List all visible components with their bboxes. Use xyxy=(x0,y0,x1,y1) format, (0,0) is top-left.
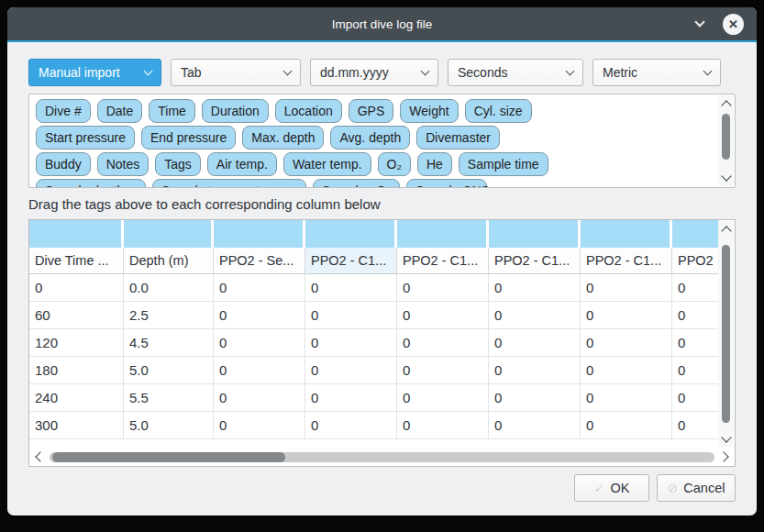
field-tag-air-temp[interactable]: Air temp. xyxy=(207,152,277,176)
drop-target-cell[interactable] xyxy=(305,220,397,248)
dialog-buttons: ✓ OK ⊘ Cancel xyxy=(28,474,736,502)
table-row: 180 5.0 0 0 0 0 0 0 xyxy=(29,357,719,384)
scroll-down-icon[interactable] xyxy=(721,171,731,181)
preview-table: Dive Time ... Depth (m) PPO2 - Se... PPO… xyxy=(28,219,736,467)
drop-target-cell[interactable] xyxy=(214,220,305,248)
window-title: Import dive log file xyxy=(332,17,433,31)
chevron-down-icon xyxy=(703,67,713,76)
scroll-left-icon[interactable] xyxy=(35,451,45,461)
table-cell: 0 xyxy=(489,329,581,357)
field-tag-duration[interactable]: Duration xyxy=(202,99,269,123)
table-cell: 0 xyxy=(214,412,305,439)
date-format-select[interactable]: dd.mm.yyyy xyxy=(310,59,438,86)
table-cell: 0 xyxy=(489,302,581,329)
table-cell: 0 xyxy=(581,384,672,412)
scroll-up-icon[interactable] xyxy=(721,226,731,236)
cancel-button-label: Cancel xyxy=(683,481,725,495)
field-tag-gps[interactable]: GPS xyxy=(349,99,394,123)
scroll-track[interactable] xyxy=(50,452,714,462)
table-cell: 0 xyxy=(489,384,581,412)
table-row: 120 4.5 0 0 0 0 0 0 xyxy=(29,329,719,357)
units-select[interactable]: Metric xyxy=(592,59,721,86)
tags-vertical-scrollbar[interactable] xyxy=(718,95,734,186)
column-header: PPO2 - Se... xyxy=(214,248,305,274)
import-options-row: Manual import Tab dd.mm.yyyy Seconds Met… xyxy=(28,59,736,86)
table-cell: 0 xyxy=(305,412,397,439)
table-cell: 0 xyxy=(397,302,489,329)
table-row: 60 2.5 0 0 0 0 0 0 xyxy=(29,302,719,329)
scroll-thumb[interactable] xyxy=(722,245,730,423)
table-row: 0 0.0 0 0 0 0 0 0 xyxy=(29,274,719,302)
drop-target-strip xyxy=(29,220,719,248)
table-cell: 0 xyxy=(305,357,397,384)
window-close-button[interactable]: ✕ xyxy=(723,14,744,35)
field-tag-sample-time[interactable]: Sample time xyxy=(459,152,548,176)
window-shade-button[interactable] xyxy=(692,16,708,32)
field-tag-end-pressure[interactable]: End pressure xyxy=(141,126,236,150)
table-header-row: Dive Time ... Depth (m) PPO2 - Se... PPO… xyxy=(29,248,719,274)
column-header: Depth (m) xyxy=(124,248,214,274)
field-tag-start-pressure[interactable]: Start pressure xyxy=(36,126,135,150)
drop-target-cell[interactable] xyxy=(29,220,124,248)
table-cell: 0 xyxy=(214,384,305,412)
field-separator-select[interactable]: Tab xyxy=(171,59,301,86)
table-cell: 0 xyxy=(397,384,489,412)
field-tag-sample-temperature[interactable]: Sample temperature xyxy=(152,179,306,188)
field-tag-sample-depth[interactable]: Sample depth xyxy=(36,179,146,188)
table-cell: 0 xyxy=(581,329,672,357)
table-cell: 0 xyxy=(581,412,672,439)
table-cell: 0 xyxy=(214,302,305,329)
time-format-select[interactable]: Seconds xyxy=(448,59,583,86)
table-cell: 0 xyxy=(581,302,672,329)
ok-button[interactable]: ✓ OK xyxy=(574,474,649,502)
column-header: Dive Time ... xyxy=(29,248,124,274)
check-icon: ✓ xyxy=(594,481,605,495)
table-cell: 0 xyxy=(305,274,397,302)
table-vertical-scrollbar[interactable] xyxy=(718,221,734,447)
table-horizontal-scrollbar[interactable] xyxy=(29,448,735,466)
field-tag-location[interactable]: Location xyxy=(275,99,342,123)
field-tag-water-temp[interactable]: Water temp. xyxy=(283,152,371,176)
scroll-down-icon[interactable] xyxy=(721,432,731,442)
close-icon: ✕ xyxy=(728,18,738,30)
field-tag-weight[interactable]: Weight xyxy=(400,99,458,123)
drop-target-cell[interactable] xyxy=(397,220,489,248)
field-tag-time[interactable]: Time xyxy=(149,99,195,123)
scroll-right-icon[interactable] xyxy=(718,451,728,461)
field-tag-notes[interactable]: Notes xyxy=(97,152,149,176)
table-cell: 0 xyxy=(214,329,305,357)
field-tag-divemaster[interactable]: Divemaster xyxy=(416,126,500,150)
field-tag-sample-po2[interactable]: Sample pO₂ xyxy=(313,179,400,188)
instruction-text: Drag the tags above to each correspondin… xyxy=(28,196,736,212)
field-tag-avg-depth[interactable]: Avg. depth xyxy=(330,126,410,150)
field-tag-max-depth[interactable]: Max. depth xyxy=(242,126,324,150)
cancel-button[interactable]: ⊘ Cancel xyxy=(657,474,736,502)
scroll-up-icon[interactable] xyxy=(721,100,731,110)
field-tag-dive-number[interactable]: Dive # xyxy=(36,99,91,123)
field-tag-he[interactable]: He xyxy=(417,152,452,176)
scroll-thumb[interactable] xyxy=(722,114,730,160)
titlebar: Import dive log file ✕ xyxy=(7,7,757,42)
column-header: PPO2 - C1... xyxy=(397,248,489,274)
drop-target-cell[interactable] xyxy=(489,220,581,248)
units-value: Metric xyxy=(603,65,637,80)
drop-target-cell[interactable] xyxy=(124,220,214,248)
drop-target-cell[interactable] xyxy=(581,220,672,248)
table-cell: 5.5 xyxy=(124,384,214,412)
drop-target-cell[interactable] xyxy=(672,220,719,248)
table-cell: 5.0 xyxy=(124,412,214,439)
scroll-thumb[interactable] xyxy=(52,452,285,462)
field-tag-o2[interactable]: O₂ xyxy=(378,152,411,176)
table-cell: 2.5 xyxy=(124,302,214,329)
field-tag-tags[interactable]: Tags xyxy=(155,152,201,176)
field-tag-sample-cns[interactable]: Sample CNS xyxy=(406,179,487,188)
field-tag-cyl-size[interactable]: Cyl. size xyxy=(465,99,532,123)
import-type-select[interactable]: Manual import xyxy=(28,59,161,86)
table-cell: 4.5 xyxy=(124,329,214,357)
field-tag-date[interactable]: Date xyxy=(97,99,143,123)
date-format-value: dd.mm.yyyy xyxy=(320,65,389,80)
field-tag-buddy[interactable]: Buddy xyxy=(36,152,91,176)
column-header: PPO2 - C1... xyxy=(489,248,581,274)
table-row: 300 5.0 0 0 0 0 0 0 xyxy=(29,412,719,439)
chevron-down-icon xyxy=(421,67,430,76)
